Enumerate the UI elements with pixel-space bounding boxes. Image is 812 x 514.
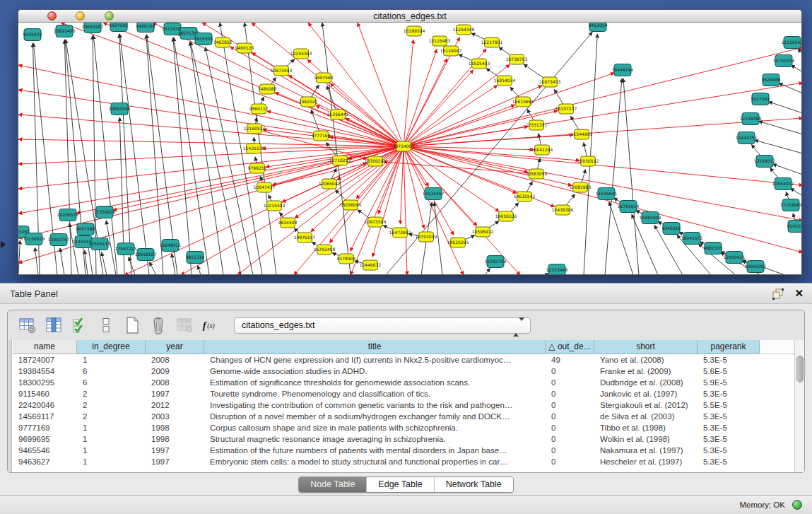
svg-text:(x): (x) [207, 322, 214, 330]
select-columns-icon[interactable] [44, 315, 64, 335]
graph-node-label: 9245022 [787, 223, 801, 228]
graph-node-label: 14702039 [416, 234, 437, 239]
graph-node-label: 9435572 [23, 32, 42, 37]
table-cell: 1998 [146, 433, 204, 445]
column-header-year[interactable]: year [146, 340, 204, 354]
panel-collapse-arrow-icon[interactable] [1, 241, 6, 248]
table-cell: Franke et al. (2009) [594, 366, 698, 377]
graph-edge-black [605, 78, 622, 274]
graph-edge-red [404, 146, 520, 274]
close-traffic-light-icon[interactable] [47, 11, 57, 21]
table-toolbar: f (x) citations_edges.txt [8, 310, 804, 340]
column-header-out_de[interactable]: △ out_de... [546, 340, 594, 354]
column-header-name[interactable]: name [13, 340, 77, 354]
graph-node-label: 12125483 [429, 38, 451, 43]
zoom-traffic-light-icon[interactable] [105, 11, 114, 21]
table-cell: 1 [77, 433, 146, 445]
graph-node-label: 15751074 [773, 58, 795, 63]
table-cell: 18724007 [13, 354, 77, 366]
table-row[interactable]: 2242004622012Investigating the contribut… [13, 399, 794, 411]
table-cell: Changes of HCN gene expression and I(f) … [204, 354, 546, 366]
table-cell: Yano et al. (2008) [594, 354, 698, 366]
import-table-disabled-icon [175, 315, 194, 335]
delete-icon[interactable] [148, 315, 168, 335]
graph-node-label: 16448794 [612, 67, 634, 72]
graph-node-label: 14525295 [447, 240, 469, 245]
tab-edge-table[interactable]: Edge Table [366, 477, 433, 492]
graph-edge-red [18, 139, 404, 146]
table-row[interactable]: 946362711997Embryonic stem cells: a mode… [13, 456, 794, 467]
tab-node-table[interactable]: Node Table [299, 477, 366, 492]
table-row[interactable]: 1456911722003Disruption of a novel membe… [13, 411, 794, 422]
network-window-titlebar[interactable]: citations_edges.txt [18, 10, 801, 23]
graph-node-label: 10958107 [135, 252, 157, 257]
graph-node-label: 17103645 [780, 202, 801, 207]
graph-edge-black [147, 35, 177, 274]
graph-node-label: 15134457 [423, 191, 445, 196]
graph-node-label: 10481909 [640, 215, 661, 220]
graph-node-label: 16041204 [531, 147, 553, 152]
graph-edge-red [404, 146, 424, 228]
minimize-traffic-light-icon[interactable] [76, 11, 85, 21]
table-cell: 9777169 [13, 422, 77, 433]
network-graph-canvas[interactable]: 1872400718300295122543931097349374850839… [18, 23, 801, 274]
vertical-scrollbar[interactable] [794, 340, 804, 473]
column-header-pagerank[interactable]: pagerank [698, 340, 760, 354]
graph-node-label: 15056512 [577, 158, 599, 163]
graph-node-label: 11544991 [571, 132, 593, 136]
table-row[interactable]: 911546021997Tourette syndrome. Phenomeno… [13, 388, 794, 399]
memory-status-label: Memory: OK [739, 501, 785, 509]
graph-node-label: 16041572 [681, 235, 703, 240]
table-panel-header: Table Panel ✕ [0, 283, 812, 304]
column-header-short[interactable]: short [594, 340, 698, 354]
graph-edge-red [404, 146, 801, 185]
table-selector-dropdown[interactable]: citations_edges.txt [234, 317, 531, 334]
graph-node-label: 18724007 [393, 144, 415, 148]
graph-node-label: 17359928 [94, 209, 116, 214]
graph-node-label: 9497568 [314, 75, 334, 80]
graph-edge-black [791, 65, 801, 72]
graph-node-label: 12942757 [48, 237, 70, 242]
table-row[interactable]: 1938455462009Genome-wide association stu… [13, 366, 794, 377]
graph-node-label: 10739793 [506, 57, 528, 62]
graph-node-label: 12217951 [481, 40, 503, 45]
graph-node-label: 17551351 [526, 122, 548, 127]
table-panel-body: f (x) citations_edges.txt namein_degreey… [0, 305, 812, 495]
graph-node-label: 12610651 [512, 99, 534, 104]
graph-edge-red [400, 146, 404, 224]
graph-node-label: 10973309 [365, 219, 387, 224]
table-selector-value: citations_edges.txt [242, 318, 315, 333]
show-all-columns-icon[interactable] [70, 315, 90, 335]
graph-node-label: 9346916 [662, 226, 681, 230]
table-cell: Nakamura et al. (1997) [594, 445, 698, 456]
float-window-icon[interactable] [772, 288, 784, 300]
table-row[interactable]: 969969511998Structural magnetic resonanc… [13, 433, 794, 445]
table-settings-icon[interactable] [18, 315, 37, 335]
function-builder-icon[interactable]: f (x) [201, 315, 220, 335]
new-document-icon[interactable] [122, 315, 142, 335]
row-options-icon[interactable] [96, 315, 116, 335]
graph-node-label: 7485083 [258, 86, 277, 91]
table-cell: 5.3E-5 [698, 433, 760, 445]
graph-node-label: 20691406 [54, 28, 76, 33]
tab-network-table[interactable]: Network Table [434, 477, 513, 492]
network-window: citations_edges.txt 18724007183002951225… [18, 9, 802, 275]
table-row[interactable]: 977716911998Corpus callosum shape and si… [13, 422, 794, 433]
table-cell: 2012 [146, 399, 204, 411]
graph-node-label: 12450421 [724, 255, 746, 259]
column-header-in_degree[interactable]: in_degree [77, 340, 146, 354]
scrollbar-thumb[interactable] [796, 356, 804, 382]
graph-node-label: 7463822 [213, 40, 233, 45]
table-cell: 1998 [146, 422, 204, 433]
graph-node-label: 7462027 [299, 99, 318, 104]
memory-status-icon[interactable] [792, 500, 802, 510]
table-row[interactable]: 946554611997Estimation of the future num… [13, 445, 794, 456]
graph-edge-red [404, 146, 801, 221]
table-cell: 5.3E-5 [698, 456, 760, 467]
close-panel-icon[interactable]: ✕ [794, 286, 804, 300]
column-header-title[interactable]: title [204, 340, 546, 354]
table-row[interactable]: 1830029562008Estimation of significance … [13, 377, 794, 388]
table-row[interactable]: 1872400712008Changes of HCN gene express… [13, 354, 794, 366]
table-cell: 22420046 [13, 399, 77, 411]
graph-node-label: 6466160 [136, 23, 155, 28]
